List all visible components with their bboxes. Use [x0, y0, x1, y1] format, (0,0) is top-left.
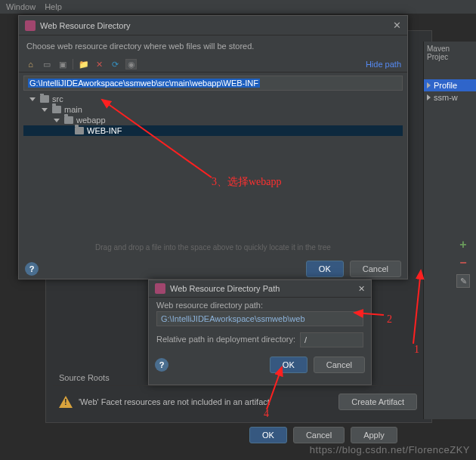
desktop-icon[interactable]: ▭: [41, 59, 52, 69]
bottom-buttons: OK Cancel Apply: [249, 427, 397, 443]
tree-node-webapp[interactable]: webapp: [23, 115, 403, 125]
annotation-3: 3、选择webapp: [212, 175, 282, 189]
app-icon: [25, 20, 36, 31]
refresh-icon[interactable]: ⟳: [110, 59, 121, 69]
new-folder-icon[interactable]: 📁: [78, 59, 89, 69]
delete-icon[interactable]: ✕: [94, 59, 105, 69]
expand-icon: [54, 119, 60, 122]
lower-panel: Source Roots 'Web' Facet resources are n…: [53, 370, 423, 418]
ok-button[interactable]: OK: [306, 261, 344, 277]
dialog-title: Web Resource Directory: [40, 21, 388, 30]
folder-icon: [64, 116, 73, 124]
project-icon[interactable]: ▣: [57, 59, 68, 69]
annotation-4: 4: [264, 408, 269, 420]
folder-icon: [40, 95, 49, 103]
show-hidden-icon[interactable]: ◉: [125, 59, 137, 69]
expand-icon: [29, 97, 36, 101]
path-input[interactable]: G:\IntelliJIDEAworkspace\ssmweb\src\main…: [23, 76, 403, 91]
close-icon[interactable]: ✕: [393, 20, 401, 31]
path-input[interactable]: G:\IntelliJIDEAworkspace\ssmweb\web: [156, 311, 363, 326]
hide-path-link[interactable]: Hide path: [366, 60, 401, 69]
chevron-right-icon: [427, 82, 431, 88]
dialog-prompt: Choose web resource directory where web …: [19, 36, 407, 57]
relative-label: Relative path in deployment directory:: [156, 335, 295, 344]
folder-icon: [75, 127, 84, 134]
tree-node-webinf[interactable]: WEB-INF: [23, 125, 403, 136]
maven-panel: Maven Projec Profile ssm-w: [423, 42, 476, 419]
maven-panel-header: Maven Projec: [424, 42, 476, 64]
dialog-title: Web Resource Directory Path: [170, 284, 354, 293]
annotation-1: 1: [414, 344, 419, 356]
warning-row: 'Web' Facet resources are not included i…: [53, 386, 423, 418]
web-resource-directory-dialog: Web Resource Directory ✕ Choose web reso…: [18, 15, 408, 279]
relative-input[interactable]: /: [300, 332, 363, 347]
dialog-titlebar: Web Resource Directory Path ✕: [149, 280, 371, 298]
annotation-2: 2: [387, 313, 392, 326]
maven-item-ssm[interactable]: ssm-w: [424, 91, 476, 103]
help-icon[interactable]: ?: [25, 262, 39, 276]
expand-icon: [42, 108, 48, 112]
watermark: https://blog.csdn.net/FlorenceZKY: [310, 444, 470, 455]
menu-window[interactable]: Window: [6, 2, 36, 11]
apply-button[interactable]: Apply: [351, 427, 397, 443]
create-artifact-button[interactable]: Create Artifact: [338, 394, 417, 410]
maven-item-profiles[interactable]: Profile: [424, 79, 476, 91]
close-icon[interactable]: ✕: [358, 284, 365, 294]
drop-hint: Drag and drop a file into the space abov…: [19, 240, 407, 255]
home-icon[interactable]: ⌂: [25, 59, 36, 69]
edit-button[interactable]: ✎: [456, 274, 470, 288]
cancel-button[interactable]: Cancel: [350, 261, 401, 277]
side-buttons: + − ✎: [456, 238, 470, 288]
cancel-button[interactable]: Cancel: [293, 427, 345, 443]
tree-node-main[interactable]: main: [23, 104, 403, 115]
source-roots-label: Source Roots: [53, 370, 423, 386]
warning-icon: [59, 396, 73, 408]
path-label: Web resource directory path:: [156, 301, 363, 310]
ok-button[interactable]: OK: [249, 427, 287, 443]
web-resource-path-dialog: Web Resource Directory Path ✕ Web resour…: [148, 279, 372, 385]
tree-node-src[interactable]: src: [23, 94, 403, 104]
chevron-right-icon: [427, 94, 431, 100]
file-tree[interactable]: src main webapp WEB-INF: [23, 94, 403, 237]
menu-bar: Window Help: [0, 0, 476, 14]
folder-icon: [52, 106, 61, 113]
file-toolbar: ⌂ ▭ ▣ 📁 ✕ ⟳ ◉ Hide path: [19, 57, 407, 73]
add-button[interactable]: +: [459, 238, 466, 252]
dialog-titlebar: Web Resource Directory ✕: [19, 16, 407, 36]
warning-text: 'Web' Facet resources are not included i…: [79, 397, 270, 406]
remove-button[interactable]: −: [459, 256, 466, 270]
app-icon: [155, 283, 165, 294]
menu-help[interactable]: Help: [45, 2, 62, 11]
